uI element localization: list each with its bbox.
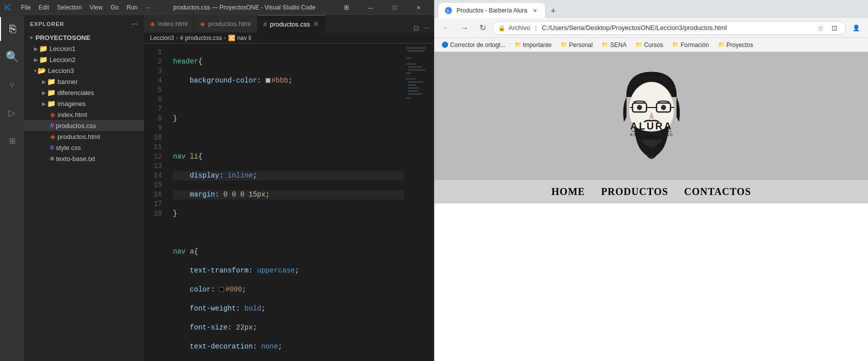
menu-go[interactable]: Go (108, 3, 122, 12)
window-title: productos.css — ProyectosONE - Visual St… (160, 4, 329, 11)
bookmark-formacion[interactable]: 📁 Formación (669, 40, 712, 50)
project-chevron: ▾ (30, 35, 32, 40)
bookmark-corrector[interactable]: 🔵 Corrector de ortogt... (438, 40, 508, 50)
search-icon: 🔍 (6, 52, 19, 62)
bookmark-importante[interactable]: 📁 Importante (512, 40, 554, 50)
barber-nav: HOME PRODUCTOS CONTACTOS (434, 180, 868, 204)
style-css-label: style.css (56, 144, 81, 152)
maximize-btn[interactable]: ☐ (383, 0, 406, 15)
breadcrumb: Leccion3 › # productos.css › 🔀 nav li (144, 32, 434, 44)
diferenciales-chevron: ▶ (42, 90, 46, 96)
sidebar-actions[interactable]: ··· (132, 20, 138, 28)
sidebar-item-productos-html[interactable]: ◈ productos.html (24, 131, 144, 142)
tab-productos-css[interactable]: # productos.css ✕ (258, 15, 326, 32)
sidebar-item-banner[interactable]: ▶ 📁 banner (24, 76, 144, 87)
tabs-actions: ⊡ ··· (410, 24, 434, 32)
breadcrumb-sep1: › (176, 34, 178, 42)
imagenes-chevron: ▶ (42, 101, 46, 106)
nav-home[interactable]: HOME (552, 186, 585, 198)
browser-tab-active[interactable]: S Productos - Barbería Alura ✕ (438, 3, 545, 18)
svg-rect-0 (406, 48, 426, 48)
sidebar-item-texto-base[interactable]: ≡ texto-base.txt (24, 153, 144, 164)
explorer-icon: ⎘ (10, 24, 16, 34)
bookmark-proyectos[interactable]: 📁 Proyectos (715, 40, 756, 50)
activity-source-control[interactable]: ⑂ (0, 73, 24, 97)
txt-file-icon: ≡ (50, 154, 54, 162)
bookmark-icon: 📁 (514, 42, 522, 48)
reload-button[interactable]: ↻ (474, 20, 490, 36)
sidebar-item-leccion3[interactable]: ▾ 📂 Leccion3 (24, 65, 144, 76)
svg-rect-7 (406, 78, 416, 80)
leccion2-label: Leccion2 (50, 56, 76, 64)
browser-chrome: S Productos - Barbería Alura ✕ + ← → ↻ 🔒… (434, 0, 868, 52)
minimap (404, 44, 434, 361)
minimize-btn[interactable]: — (359, 0, 382, 15)
bookmark-sena[interactable]: 📁 SENA (598, 40, 630, 50)
bookmark-star[interactable]: ☆ (814, 22, 826, 34)
activity-search[interactable]: 🔍 (0, 45, 24, 69)
svg-rect-10 (408, 88, 419, 88)
profile-btn[interactable]: 👤 (848, 20, 864, 36)
sidebar-item-leccion1[interactable]: ▶ 📁 Leccion1 (24, 43, 144, 54)
code-content: header{ background-color: #bbb; } nav li… (166, 44, 404, 361)
back-button[interactable]: ← (438, 20, 454, 36)
nav-contactos[interactable]: CONTACTOS (684, 186, 751, 198)
menu-edit[interactable]: Edit (36, 3, 52, 12)
bookmark-cursos[interactable]: 📁 Cursos (632, 40, 666, 50)
split-editor-btn[interactable]: ⊞ (335, 0, 358, 15)
tab-icon-html2: ◈ (200, 20, 205, 28)
sidebar-item-imagenes[interactable]: ▶ 📁 imagenes (24, 98, 144, 109)
more-actions-icon[interactable]: ··· (424, 24, 430, 32)
sidebar-item-index-html[interactable]: ◈ index.html (24, 109, 144, 120)
bookmark-label: Cursos (644, 42, 663, 48)
breadcrumb-sep2: › (224, 34, 226, 42)
close-btn[interactable]: ✕ (407, 0, 430, 15)
forward-button[interactable]: → (456, 20, 472, 36)
address-bar[interactable]: 🔒 Archivo | C:/Users/Sena/Desktop/Proyec… (492, 21, 846, 35)
tab-close-btn[interactable]: ✕ (313, 20, 319, 28)
address-url: C:/Users/Sena/Desktop/ProyectosONE/Lecci… (542, 24, 812, 32)
menu-selection[interactable]: Selection (54, 3, 84, 12)
browser-tab-close[interactable]: ✕ (531, 6, 539, 14)
browser-window: S Productos - Barbería Alura ✕ + ← → ↻ 🔒… (434, 0, 868, 361)
cast-btn[interactable]: ⊡ (828, 22, 840, 34)
nav-productos[interactable]: PRODUCTOS (601, 186, 668, 198)
banner-chevron: ▶ (42, 79, 46, 84)
svg-rect-11 (408, 90, 418, 92)
bookmark-label: Personal (569, 42, 592, 48)
breadcrumb-symbol[interactable]: 🔀 nav li (228, 34, 251, 42)
sidebar-more-btn[interactable]: ··· (132, 20, 138, 28)
menu-file[interactable]: File (18, 3, 34, 12)
activity-run[interactable]: ▷ (0, 101, 24, 125)
menu-view[interactable]: View (86, 3, 106, 12)
code-editor[interactable]: 12345 678910 1112131415 161718 header{ b… (144, 44, 434, 361)
html-file-icon: ◈ (50, 132, 56, 140)
menu-run[interactable]: Run (124, 3, 140, 12)
tab-productos-html[interactable]: ◈ productos.html (194, 15, 257, 32)
sidebar-item-leccion2[interactable]: ▶ 📁 Leccion2 (24, 54, 144, 65)
menu-more[interactable]: ··· (142, 3, 154, 12)
menu-bar[interactable]: File Edit Selection View Go Run ··· (18, 3, 154, 12)
css-file-icon: # (50, 144, 54, 152)
activity-bar: ⎘ 🔍 ⑂ ▷ ⊞ (0, 15, 24, 361)
extensions-icon: ⊞ (9, 137, 16, 145)
sidebar-item-style-css[interactable]: # style.css (24, 142, 144, 153)
tab-index-html[interactable]: ◈ index.html (144, 15, 194, 32)
bookmark-icon: 📁 (636, 42, 642, 48)
split-editor-icon[interactable]: ⊡ (414, 24, 420, 32)
activity-extensions[interactable]: ⊞ (0, 129, 24, 153)
browser-tabs-bar: S Productos - Barbería Alura ✕ + (434, 0, 868, 18)
breadcrumb-file[interactable]: # productos.css (180, 34, 222, 42)
sidebar-item-diferenciales[interactable]: ▶ 📁 diferenciales (24, 87, 144, 98)
url-separator: | (535, 24, 536, 32)
activity-explorer[interactable]: ⎘ (0, 17, 24, 41)
sidebar-item-productos-css[interactable]: # productos.css (24, 120, 144, 131)
run-icon: ▷ (8, 108, 16, 118)
bookmark-personal[interactable]: 📁 Personal (558, 40, 596, 50)
window-controls[interactable]: ⊞ — ☐ ✕ (335, 0, 430, 15)
new-tab-button[interactable]: + (546, 4, 560, 18)
project-root[interactable]: ▾ PROYECTOSONE (24, 32, 144, 43)
folder-open-icon: 📂 (38, 66, 46, 74)
breadcrumb-leccion3[interactable]: Leccion3 (150, 34, 174, 42)
svg-text:S: S (446, 8, 449, 14)
